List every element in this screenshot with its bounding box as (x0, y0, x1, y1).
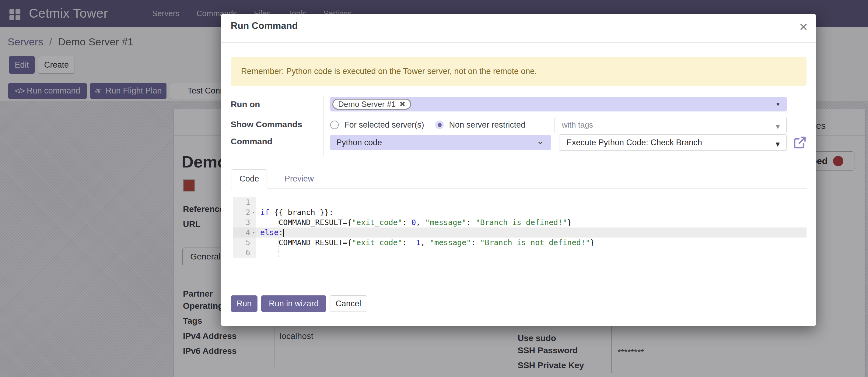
with-tags-placeholder: with tags (562, 120, 593, 130)
code-editor[interactable]: 12▾34▾56 if {{ branch }}: COMMAND_RESULT… (233, 197, 807, 258)
line-number: 4▾ (233, 228, 256, 237)
tab-preview[interactable]: Preview (277, 169, 321, 188)
close-icon[interactable]: ✕ (794, 18, 813, 36)
code-line[interactable]: COMMAND_RESULT={"exit_code": 0, "message… (256, 218, 807, 228)
code-editor-gutter: 12▾34▾56 (233, 197, 256, 258)
code-editor-lines[interactable]: if {{ branch }}: COMMAND_RESULT={"exit_c… (256, 197, 807, 258)
tab-code[interactable]: Code (231, 169, 267, 188)
python-warning-alert: Remember: Python code is executed on the… (231, 57, 807, 86)
label-run-on: Run on (231, 99, 260, 109)
label-show-commands: Show Commands (231, 120, 302, 129)
cancel-button[interactable]: Cancel (330, 295, 367, 312)
line-number: 6 (233, 248, 256, 258)
server-tag-pill: Demo Server #1 ✖ (332, 99, 411, 110)
code-line[interactable] (256, 197, 807, 207)
command-reference-value: Execute Python Code: Check Branch (566, 138, 702, 147)
label-command: Command (231, 137, 272, 146)
external-link-icon[interactable] (793, 135, 807, 150)
radio-unchecked-icon[interactable] (330, 121, 339, 129)
code-line[interactable]: COMMAND_RESULT={"exit_code": -1, "messag… (256, 237, 807, 248)
indent-guide (278, 238, 279, 246)
remove-tag-icon[interactable]: ✖ (399, 100, 405, 108)
line-number: 3 (233, 218, 256, 228)
text-cursor (283, 229, 284, 237)
app-root: Cetmix Tower Servers Commands Files Tool… (0, 0, 868, 377)
caret-down-icon[interactable]: ▾ (776, 101, 779, 108)
line-number: 2▾ (233, 207, 256, 218)
show-commands-radio-group: For selected server(s) Non server restri… (330, 117, 525, 133)
chevron-down-icon[interactable]: ⌄ (536, 136, 544, 146)
command-reference-dropdown[interactable]: Execute Python Code: Check Branch ▾ (559, 134, 787, 151)
line-number: 1 (233, 197, 256, 207)
fold-caret-icon[interactable]: ▾ (253, 207, 255, 218)
alert-text: Remember: Python code is executed on the… (241, 67, 537, 76)
radio-checked-icon[interactable] (435, 121, 444, 129)
fold-caret-icon[interactable]: ▾ (253, 228, 255, 237)
command-type-select[interactable]: Python code ⌄ (330, 135, 551, 150)
indent-guide (297, 249, 297, 257)
indent-guide (278, 249, 279, 257)
modal-title: Run Command (231, 21, 298, 31)
server-tag-label: Demo Server #1 (338, 99, 396, 109)
run-button[interactable]: Run (231, 295, 257, 312)
radio-for-selected-servers[interactable]: For selected server(s) (330, 120, 424, 130)
radio-non-server-restricted[interactable]: Non server restricted (435, 120, 526, 130)
run-on-multiselect[interactable]: Demo Server #1 ✖ ▾ (330, 97, 787, 112)
form-label-separator (323, 96, 323, 157)
editor-tabbar: Code Preview (231, 169, 807, 188)
run-command-modal: Run Command ✕ Remember: Python code is e… (221, 14, 816, 326)
indent-guide (278, 219, 279, 227)
run-in-wizard-button[interactable]: Run in wizard (261, 295, 326, 312)
caret-down-icon[interactable]: ▾ (775, 139, 780, 149)
code-line[interactable] (256, 248, 807, 258)
code-line[interactable]: else: (256, 228, 807, 237)
command-type-value: Python code (336, 138, 382, 147)
with-tags-dropdown[interactable]: with tags ▾ (555, 117, 787, 133)
caret-down-icon[interactable]: ▾ (776, 122, 780, 131)
code-line[interactable]: if {{ branch }}: (256, 207, 807, 218)
line-number: 5 (233, 237, 256, 248)
